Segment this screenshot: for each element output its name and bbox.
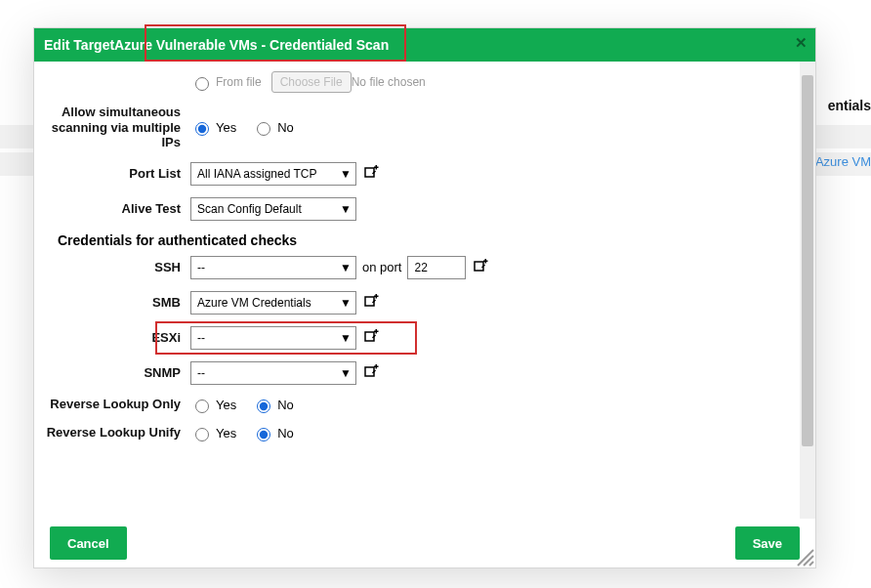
reverse-lookup-unify-label: Reverse Lookup Unify — [44, 425, 190, 441]
from-file-radio[interactable]: From file — [190, 74, 262, 91]
alive-test-value: Scan Config Default — [197, 202, 302, 216]
chevron-down-icon: ▼ — [340, 167, 352, 181]
rev-unify-yes[interactable]: Yes — [190, 425, 236, 441]
smb-value: Azure VM Credentials — [197, 296, 311, 310]
modal-scrollbar[interactable] — [800, 62, 815, 519]
no-label: No — [277, 120, 294, 135]
bg-column-header-fragment: entials — [828, 98, 871, 113]
modal-body: From file Choose File No file chosen All… — [34, 62, 815, 519]
scrollbar-thumb[interactable] — [802, 75, 813, 446]
snmp-value: -- — [197, 366, 205, 380]
choose-file-button[interactable]: Choose File — [271, 71, 352, 93]
save-button[interactable]: Save — [735, 526, 800, 560]
new-snmp-credential-icon[interactable] — [362, 364, 380, 382]
rev-unify-no-radio[interactable] — [257, 428, 270, 441]
edit-target-modal: Edit Target Azure Vulnerable VMs - Crede… — [33, 27, 816, 568]
bg-credential-link[interactable]: Azure VM — [815, 154, 871, 169]
chevron-down-icon: ▼ — [340, 366, 352, 380]
from-file-radio-input[interactable] — [195, 77, 209, 91]
rev-unify-no[interactable]: No — [252, 425, 294, 441]
modal-footer: Cancel Save — [34, 519, 815, 567]
port-list-label: Port List — [44, 166, 190, 182]
close-icon[interactable]: ✕ — [795, 34, 808, 52]
reverse-lookup-only-label: Reverse Lookup Only — [44, 397, 190, 412]
new-portlist-icon[interactable] — [362, 165, 380, 183]
from-file-label: From file — [216, 75, 262, 89]
rev-only-no[interactable]: No — [252, 397, 294, 413]
new-smb-credential-icon[interactable] — [362, 294, 380, 312]
new-esxi-credential-icon[interactable] — [362, 329, 380, 347]
port-list-value: All IANA assigned TCP — [197, 167, 317, 181]
rev-only-no-radio[interactable] — [257, 399, 270, 413]
modal-title-main: Azure Vulnerable VMs - Credentialed Scan — [114, 37, 389, 53]
ssh-onport-label: on port — [362, 260, 401, 274]
chevron-down-icon: ▼ — [340, 261, 352, 274]
no-label: No — [277, 398, 294, 412]
allow-simul-no[interactable]: No — [252, 119, 294, 136]
ssh-port-input[interactable] — [407, 256, 466, 279]
snmp-label: SNMP — [44, 365, 190, 381]
port-list-select[interactable]: All IANA assigned TCP▼ — [190, 162, 356, 186]
ssh-credential-select[interactable]: --▼ — [190, 256, 356, 279]
esxi-credential-select[interactable]: --▼ — [190, 326, 356, 350]
rev-only-yes[interactable]: Yes — [190, 397, 236, 413]
esxi-value: -- — [197, 331, 205, 345]
alive-test-select[interactable]: Scan Config Default▼ — [190, 197, 356, 221]
smb-label: SMB — [44, 295, 190, 311]
rev-unify-yes-radio[interactable] — [195, 428, 209, 441]
modal-title-prefix: Edit Target — [44, 37, 114, 53]
yes-label: Yes — [216, 398, 236, 412]
allow-simul-yes-radio[interactable] — [195, 122, 209, 136]
allow-simul-no-radio[interactable] — [257, 122, 270, 136]
no-file-chosen-text: No file chosen — [352, 75, 426, 89]
new-ssh-credential-icon[interactable] — [472, 259, 489, 276]
ssh-label: SSH — [44, 260, 190, 275]
allow-simul-yes[interactable]: Yes — [190, 119, 236, 136]
esxi-label: ESXi — [44, 330, 190, 346]
allow-simultaneous-label: Allow simultaneous scanning via multiple… — [44, 105, 190, 150]
chevron-down-icon: ▼ — [340, 202, 352, 216]
alive-test-label: Alive Test — [44, 201, 190, 217]
smb-credential-select[interactable]: Azure VM Credentials▼ — [190, 291, 356, 315]
rev-only-yes-radio[interactable] — [195, 399, 209, 413]
modal-scroll-area: From file Choose File No file chosen All… — [34, 62, 800, 519]
modal-header: Edit Target Azure Vulnerable VMs - Crede… — [34, 28, 815, 62]
credentials-section-title: Credentials for authenticated checks — [58, 232, 790, 248]
no-label: No — [277, 426, 294, 441]
yes-label: Yes — [216, 426, 236, 441]
snmp-credential-select[interactable]: --▼ — [190, 361, 356, 385]
yes-label: Yes — [216, 120, 236, 135]
chevron-down-icon: ▼ — [340, 296, 352, 310]
chevron-down-icon: ▼ — [340, 331, 352, 345]
ssh-value: -- — [197, 261, 205, 274]
resize-grip-icon[interactable] — [792, 544, 815, 567]
cancel-button[interactable]: Cancel — [50, 526, 127, 560]
